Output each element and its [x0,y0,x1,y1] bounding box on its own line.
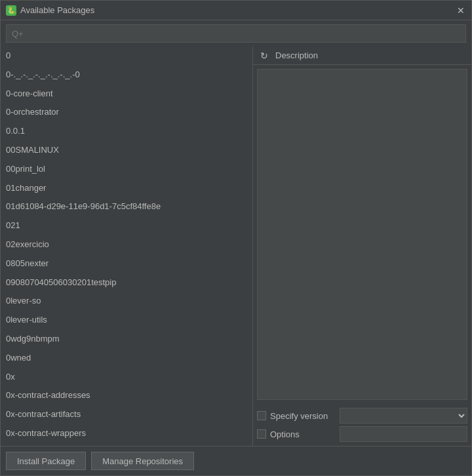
right-panel-header: ↻ Description [253,47,471,65]
package-item[interactable]: 0wned [1,349,252,368]
package-item[interactable]: 00print_lol [1,160,252,179]
close-button[interactable]: ✕ [456,5,466,16]
description-area [257,69,467,400]
specify-version-checkbox[interactable] [257,411,266,420]
refresh-icon[interactable]: ↻ [258,50,270,62]
package-item[interactable]: 0x-contract-addresses [1,386,252,405]
version-select[interactable]: == >= <= != ~= [340,408,467,424]
package-item[interactable]: 01d61084-d29e-11e9-96d1-7c5cf84ffe8e [1,197,252,216]
package-item[interactable]: 02exercicio [1,235,252,254]
package-list: 00-._.-._.-._.-._.-._.-00-core-client0-o… [1,47,252,446]
footer: Install Package Manage Repositories [1,446,471,475]
manage-repositories-button[interactable]: Manage Repositories [91,452,194,470]
package-item[interactable]: 01changer [1,179,252,198]
package-item[interactable]: 021 [1,216,252,235]
search-bar [1,20,471,47]
right-panel: ↻ Description Specify version == >= <= !… [253,47,471,446]
package-list-container: 00-._.-._.-._.-._.-._.-00-core-client0-o… [1,47,253,446]
title-bar: 🐍 Available Packages ✕ [1,1,471,20]
search-input[interactable] [6,24,466,43]
install-button[interactable]: Install Package [6,452,86,470]
package-item[interactable]: 0lever-so [1,292,252,311]
bottom-options: Specify version == >= <= != ~= Options [253,404,471,446]
description-label: Description [275,50,318,60]
package-item[interactable]: 0lever-utils [1,311,252,330]
options-checkbox[interactable] [257,429,266,439]
package-item[interactable]: 090807040506030201testpip [1,273,252,292]
package-item[interactable]: 0x [1,368,252,387]
package-item[interactable]: 0x-contract-artifacts [1,405,252,424]
package-item[interactable]: 0805nexter [1,254,252,273]
main-window: 🐍 Available Packages ✕ 00-._.-._.-._.-._… [0,0,472,476]
package-item[interactable]: 0wdg9nbmpm [1,330,252,349]
package-item[interactable]: 0x-contract-wrappers [1,424,252,443]
package-item[interactable]: 0-core-client [1,85,252,104]
package-item[interactable]: 0.0.1 [1,122,252,141]
package-item[interactable]: 0 [1,47,252,66]
options-row: Options [257,426,467,442]
package-item[interactable]: 0-._.-._.-._.-._.-._.-0 [1,66,252,85]
package-item[interactable]: 0-orchestrator [1,103,252,122]
app-icon: 🐍 [6,5,16,16]
specify-version-label: Specify version [270,411,336,421]
options-label: Options [270,429,336,439]
window-title: Available Packages [20,5,456,15]
options-input[interactable] [340,426,467,442]
main-content: 00-._.-._.-._.-._.-._.-00-core-client0-o… [1,47,471,446]
package-item[interactable]: 00SMALINUX [1,141,252,160]
specify-version-row: Specify version == >= <= != ~= [257,408,467,424]
